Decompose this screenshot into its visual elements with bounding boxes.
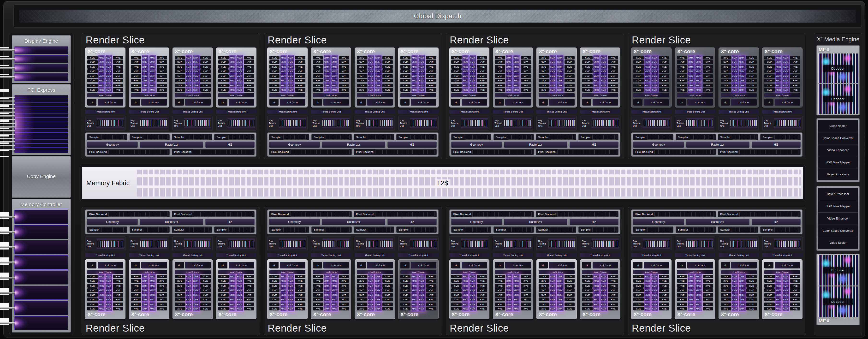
xmx-unit: XMX (185, 288, 192, 292)
xve-row: XVEXMXXMXXVE (764, 303, 800, 306)
xmx-unit: XMX (193, 303, 199, 306)
xve-unit: XVE (790, 56, 800, 60)
xve-unit: XVE (295, 288, 305, 292)
xmx-unit: XMX (375, 74, 381, 78)
xmx-unit: XMX (549, 56, 556, 60)
xve-unit: XVE (538, 293, 549, 297)
xmx-unit: XMX (593, 279, 599, 283)
display-engine-title: Display Engine (14, 38, 68, 44)
xve-row: XVEXMXXMXXVE (87, 65, 123, 69)
xve-unit: XVE (564, 298, 575, 301)
rt-label-line: Tracing (130, 242, 139, 245)
xve-unit: XVE (244, 84, 254, 87)
rt-waveform-icon (643, 241, 655, 247)
xe-core-title: Xe-core (633, 312, 670, 317)
l1-cache-slm: L1$ / SLM (593, 99, 618, 105)
xe-core-brand-sup: e (134, 311, 136, 315)
xe-core-brand: X (582, 311, 586, 317)
l1-cache-slm: L1$ / SLM (98, 99, 123, 105)
xve-row: XVEXMXXMXXVE (131, 56, 167, 60)
rt-bar-icon (643, 118, 670, 119)
xmx-unit: XMX (193, 298, 199, 301)
sampler-unit: Sampler (579, 134, 619, 140)
xve-unit: XVE (721, 303, 731, 306)
xmx-unit: XMX (557, 298, 563, 301)
xmx-unit: XMX (185, 279, 192, 283)
xe-core-brand-suffix: -core (588, 311, 600, 317)
thread-sorting-unit: Thread Sorting Unit (129, 253, 169, 257)
xve-unit: XVE (382, 84, 393, 87)
xve-row-group: XVEXMXXMXXVEXVEXMXXMXXVE (270, 293, 305, 301)
ray-tracing-unit: RayTracingUnit (311, 116, 351, 130)
xve-unit: XVE (113, 275, 123, 278)
xmx-unit: XMX (375, 275, 381, 278)
xmx-unit: XMX (695, 279, 701, 283)
xmx-unit: XMX (229, 298, 235, 301)
xe-core-brand-sup: e (222, 49, 224, 52)
instruction-cache: I$ (131, 262, 140, 269)
xve-row-group: XVEXMXXMXXVEXVEXMXXMXXVE (400, 303, 436, 310)
load-store-unit: Load / Store (131, 270, 167, 274)
xe-core-column: RayTracingUnitThread Sorting UnitI$L1$ /… (398, 236, 439, 321)
cache-row: I$L1$ / SLM (400, 262, 436, 269)
xve-xmx-array: XVEXMXXMXXVEXVEXMXXMXXVEXVEXMXXMXXVEXVEX… (313, 275, 349, 310)
xmx-unit: XMX (775, 279, 781, 283)
xve-row-group: XVEXMXXMXXVEXVEXMXXMXXVE (270, 303, 305, 310)
xve-unit: XVE (703, 284, 713, 288)
xve-unit: XVE (451, 60, 462, 64)
thread-sorting-unit: Thread Sorting Unit (631, 253, 672, 257)
rt-waveform-icon (322, 120, 335, 126)
xve-row: XVEXMXXMXXVE (218, 65, 254, 69)
xmx-unit: XMX (185, 298, 192, 301)
sampler-unit: Sampler (172, 226, 212, 233)
xve-unit: XVE (87, 69, 98, 73)
xve-unit: XVE (244, 65, 254, 69)
rt-label-line: Ray (538, 119, 547, 122)
xve-unit: XVE (633, 303, 644, 306)
xve-row: XVEXMXXMXXVE (495, 74, 531, 78)
rt-bar-icon (279, 239, 306, 240)
xmx-unit: XMX (695, 88, 701, 92)
xmx-unit: XMX (469, 60, 475, 64)
ray-tracing-unit: RayTracingUnit (216, 236, 256, 251)
ray-tracing-activity (592, 238, 619, 250)
xe-core-brand-suffix: -core (588, 49, 600, 55)
xmx-unit: XMX (323, 65, 330, 69)
pixel-backend-unit-cells (375, 150, 434, 154)
xve-unit: XVE (400, 79, 411, 82)
xve-unit: XVE (131, 293, 141, 297)
xve-unit: XVE (790, 298, 800, 301)
sampler-unit-label: Sampler (216, 228, 227, 231)
ray-tracing-unit: RayTracingUnit (675, 236, 715, 251)
xmx-unit: XMX (149, 56, 155, 60)
xve-row-group: XVEXMXXMXXVEXVEXMXXMXXVE (764, 65, 800, 73)
xmx-unit: XMX (411, 279, 417, 283)
xve-row: XVEXMXXMXXVE (451, 288, 487, 292)
xve-row: XVEXMXXMXXVE (87, 275, 123, 278)
xmx-unit: XMX (549, 307, 556, 310)
rt-label-line: Tracing (764, 122, 773, 124)
rt-waveform-row (461, 241, 488, 247)
xe-core-brand-sup: e (178, 49, 180, 52)
xmx-unit: XMX (462, 56, 468, 60)
xmx-unit: XMX (513, 88, 519, 92)
xve-unit: XVE (451, 69, 462, 73)
xmx-unit: XMX (557, 284, 563, 288)
xve-row-group: XVEXMXXMXXVEXVEXMXXMXXVE (764, 74, 800, 82)
xve-unit: XVE (339, 307, 349, 310)
thread-sorting-unit: Thread Sorting Unit (216, 253, 256, 257)
xve-unit: XVE (659, 65, 669, 69)
xve-unit: XVE (175, 79, 185, 82)
xve-unit: XVE (521, 298, 531, 301)
rt-label-line: Ray (174, 240, 183, 242)
xve-row: XVEXMXXMXXVE (175, 65, 211, 69)
geometry-unit: Geometry (87, 219, 138, 225)
xmx-unit: XMX (651, 74, 658, 78)
rt-label-line: Ray (313, 119, 321, 122)
xmx-unit: XMX (367, 79, 374, 82)
xmx-unit: XMX (739, 84, 745, 87)
cache-row: I$L1$ / SLM (270, 262, 305, 269)
memory-controller-title: Memory Controller (14, 202, 68, 207)
xmx-unit: XMX (367, 60, 374, 64)
rt-label-line: Ray (400, 240, 409, 242)
